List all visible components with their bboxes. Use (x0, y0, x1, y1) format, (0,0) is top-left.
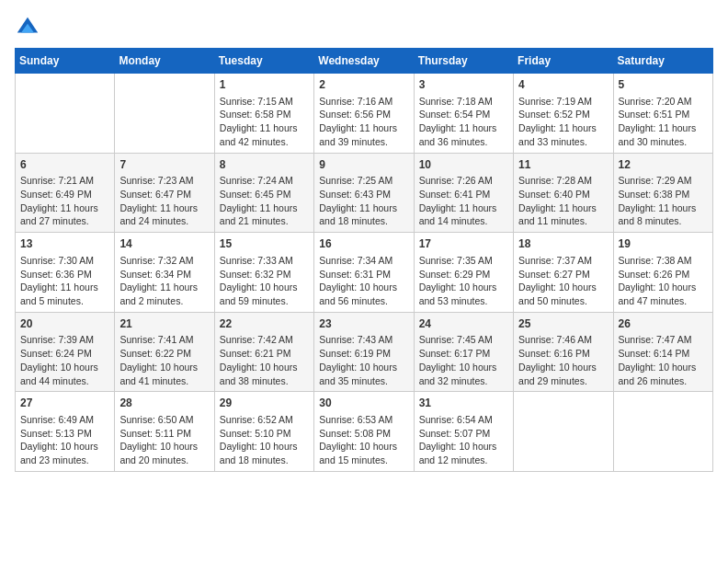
day-number: 9 (319, 157, 408, 173)
day-info: Sunrise: 6:50 AM Sunset: 5:11 PM Dayligh… (119, 413, 209, 467)
day-number: 7 (119, 157, 209, 173)
day-number: 17 (419, 236, 508, 252)
day-info: Sunrise: 7:43 AM Sunset: 6:19 PM Dayligh… (319, 333, 408, 387)
calendar-cell: 24Sunrise: 7:45 AM Sunset: 6:17 PM Dayli… (414, 312, 513, 392)
day-number: 11 (518, 157, 608, 173)
calendar-cell: 9Sunrise: 7:25 AM Sunset: 6:43 PM Daylig… (314, 153, 414, 233)
calendar-cell: 3Sunrise: 7:18 AM Sunset: 6:54 PM Daylig… (414, 74, 513, 154)
day-info: Sunrise: 7:41 AM Sunset: 6:22 PM Dayligh… (119, 333, 209, 387)
calendar-cell: 4Sunrise: 7:19 AM Sunset: 6:52 PM Daylig… (514, 74, 613, 154)
day-info: Sunrise: 7:25 AM Sunset: 6:43 PM Dayligh… (319, 174, 408, 228)
day-number: 21 (119, 316, 209, 332)
calendar-cell: 22Sunrise: 7:42 AM Sunset: 6:21 PM Dayli… (214, 312, 313, 392)
day-header-sunday: Sunday (16, 49, 115, 74)
calendar-cell: 12Sunrise: 7:29 AM Sunset: 6:38 PM Dayli… (613, 153, 712, 233)
day-number: 18 (518, 236, 608, 252)
page-header (15, 15, 713, 40)
calendar-cell: 11Sunrise: 7:28 AM Sunset: 6:40 PM Dayli… (514, 153, 613, 233)
day-number: 15 (220, 236, 309, 252)
week-row-3: 13Sunrise: 7:30 AM Sunset: 6:36 PM Dayli… (16, 233, 713, 313)
day-info: Sunrise: 7:42 AM Sunset: 6:21 PM Dayligh… (220, 333, 309, 387)
day-header-tuesday: Tuesday (214, 49, 313, 74)
day-number: 20 (20, 316, 109, 332)
day-info: Sunrise: 7:39 AM Sunset: 6:24 PM Dayligh… (20, 333, 109, 387)
day-header-monday: Monday (115, 49, 214, 74)
day-info: Sunrise: 7:18 AM Sunset: 6:54 PM Dayligh… (419, 95, 508, 149)
week-row-5: 27Sunrise: 6:49 AM Sunset: 5:13 PM Dayli… (16, 392, 713, 472)
day-number: 22 (220, 316, 309, 332)
day-info: Sunrise: 7:28 AM Sunset: 6:40 PM Dayligh… (518, 174, 608, 228)
week-row-4: 20Sunrise: 7:39 AM Sunset: 6:24 PM Dayli… (16, 312, 713, 392)
calendar-cell: 10Sunrise: 7:26 AM Sunset: 6:41 PM Dayli… (414, 153, 513, 233)
calendar-cell: 30Sunrise: 6:53 AM Sunset: 5:08 PM Dayli… (314, 392, 414, 472)
calendar-cell: 29Sunrise: 6:52 AM Sunset: 5:10 PM Dayli… (214, 392, 313, 472)
day-number: 2 (319, 77, 408, 93)
day-number: 12 (619, 157, 708, 173)
calendar-cell: 13Sunrise: 7:30 AM Sunset: 6:36 PM Dayli… (16, 233, 115, 313)
calendar-cell: 6Sunrise: 7:21 AM Sunset: 6:49 PM Daylig… (16, 153, 115, 233)
day-info: Sunrise: 7:24 AM Sunset: 6:45 PM Dayligh… (220, 174, 309, 228)
day-number: 8 (220, 157, 309, 173)
calendar-cell: 18Sunrise: 7:37 AM Sunset: 6:27 PM Dayli… (514, 233, 613, 313)
calendar-cell (16, 74, 115, 154)
day-info: Sunrise: 7:21 AM Sunset: 6:49 PM Dayligh… (20, 174, 109, 228)
day-info: Sunrise: 7:46 AM Sunset: 6:16 PM Dayligh… (518, 333, 608, 387)
day-number: 6 (20, 157, 109, 173)
day-number: 30 (319, 396, 408, 411)
day-info: Sunrise: 7:23 AM Sunset: 6:47 PM Dayligh… (119, 174, 209, 228)
day-number: 26 (619, 316, 708, 332)
calendar-cell: 8Sunrise: 7:24 AM Sunset: 6:45 PM Daylig… (214, 153, 313, 233)
calendar-cell: 20Sunrise: 7:39 AM Sunset: 6:24 PM Dayli… (16, 312, 115, 392)
day-number: 29 (220, 396, 309, 411)
days-header-row: SundayMondayTuesdayWednesdayThursdayFrid… (16, 49, 713, 74)
day-info: Sunrise: 7:29 AM Sunset: 6:38 PM Dayligh… (619, 174, 708, 228)
day-info: Sunrise: 6:52 AM Sunset: 5:10 PM Dayligh… (220, 413, 309, 467)
day-number: 25 (518, 316, 608, 332)
day-info: Sunrise: 7:38 AM Sunset: 6:26 PM Dayligh… (619, 254, 708, 308)
calendar-cell: 17Sunrise: 7:35 AM Sunset: 6:29 PM Dayli… (414, 233, 513, 313)
calendar-cell: 31Sunrise: 6:54 AM Sunset: 5:07 PM Dayli… (414, 392, 513, 472)
calendar-cell: 2Sunrise: 7:16 AM Sunset: 6:56 PM Daylig… (314, 74, 414, 154)
day-info: Sunrise: 7:33 AM Sunset: 6:32 PM Dayligh… (220, 254, 309, 308)
day-info: Sunrise: 7:16 AM Sunset: 6:56 PM Dayligh… (319, 95, 408, 149)
day-number: 16 (319, 236, 408, 252)
calendar-cell (514, 392, 613, 472)
calendar-cell: 26Sunrise: 7:47 AM Sunset: 6:14 PM Dayli… (613, 312, 712, 392)
calendar-cell: 1Sunrise: 7:15 AM Sunset: 6:58 PM Daylig… (214, 74, 313, 154)
calendar-cell: 25Sunrise: 7:46 AM Sunset: 6:16 PM Dayli… (514, 312, 613, 392)
day-number: 13 (20, 236, 109, 252)
day-number: 10 (419, 157, 508, 173)
day-number: 19 (619, 236, 708, 252)
calendar-cell: 14Sunrise: 7:32 AM Sunset: 6:34 PM Dayli… (115, 233, 214, 313)
day-info: Sunrise: 7:45 AM Sunset: 6:17 PM Dayligh… (419, 333, 508, 387)
day-info: Sunrise: 7:26 AM Sunset: 6:41 PM Dayligh… (419, 174, 508, 228)
day-number: 27 (20, 396, 109, 411)
calendar-cell: 5Sunrise: 7:20 AM Sunset: 6:51 PM Daylig… (613, 74, 712, 154)
week-row-2: 6Sunrise: 7:21 AM Sunset: 6:49 PM Daylig… (16, 153, 713, 233)
calendar-cell (115, 74, 214, 154)
day-header-friday: Friday (514, 49, 613, 74)
day-info: Sunrise: 7:34 AM Sunset: 6:31 PM Dayligh… (319, 254, 408, 308)
calendar-cell: 19Sunrise: 7:38 AM Sunset: 6:26 PM Dayli… (613, 233, 712, 313)
day-number: 14 (119, 236, 209, 252)
logo (15, 15, 44, 40)
week-row-1: 1Sunrise: 7:15 AM Sunset: 6:58 PM Daylig… (16, 74, 713, 154)
calendar-cell: 27Sunrise: 6:49 AM Sunset: 5:13 PM Dayli… (16, 392, 115, 472)
calendar-cell: 23Sunrise: 7:43 AM Sunset: 6:19 PM Dayli… (314, 312, 414, 392)
calendar-cell (613, 392, 712, 472)
day-info: Sunrise: 7:30 AM Sunset: 6:36 PM Dayligh… (20, 254, 109, 308)
day-number: 24 (419, 316, 508, 332)
day-info: Sunrise: 7:37 AM Sunset: 6:27 PM Dayligh… (518, 254, 608, 308)
day-number: 28 (119, 396, 209, 411)
day-number: 23 (319, 316, 408, 332)
calendar-table: SundayMondayTuesdayWednesdayThursdayFrid… (15, 48, 713, 472)
day-info: Sunrise: 7:15 AM Sunset: 6:58 PM Dayligh… (220, 95, 309, 149)
day-info: Sunrise: 6:54 AM Sunset: 5:07 PM Dayligh… (419, 413, 508, 467)
day-number: 3 (419, 77, 508, 93)
logo-icon (15, 15, 40, 40)
calendar-cell: 15Sunrise: 7:33 AM Sunset: 6:32 PM Dayli… (214, 233, 313, 313)
day-header-wednesday: Wednesday (314, 49, 414, 74)
day-number: 4 (518, 77, 608, 93)
day-info: Sunrise: 7:20 AM Sunset: 6:51 PM Dayligh… (619, 95, 708, 149)
day-info: Sunrise: 7:32 AM Sunset: 6:34 PM Dayligh… (119, 254, 209, 308)
